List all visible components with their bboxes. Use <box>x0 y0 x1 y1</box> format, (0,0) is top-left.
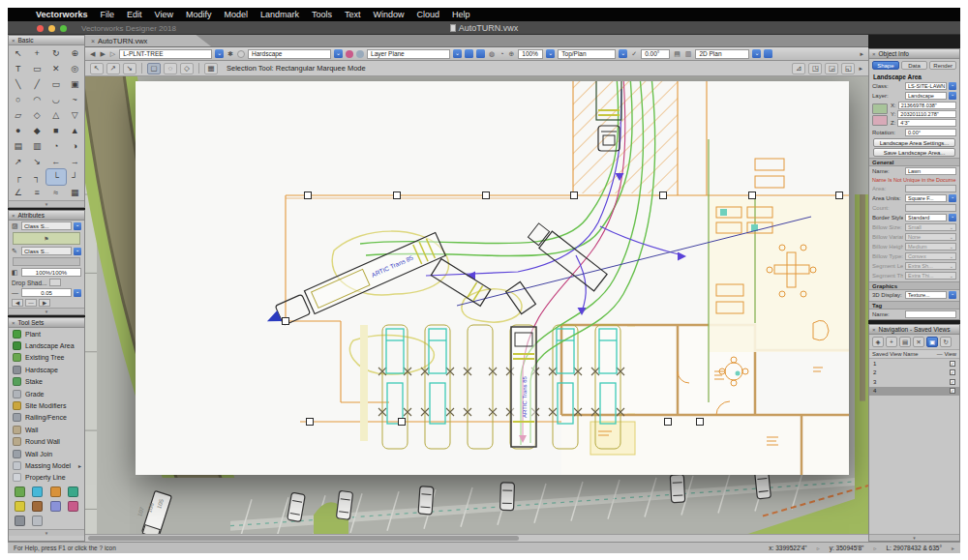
y-field[interactable]: 203201110.278" <box>897 110 956 118</box>
menu-item[interactable]: Help <box>452 10 470 19</box>
user-icon[interactable]: ◔ <box>499 50 504 57</box>
line-weight-dropdown[interactable] <box>74 289 81 297</box>
view-checkbox[interactable]: ✓ <box>950 369 955 375</box>
tag-name-field[interactable] <box>905 310 956 318</box>
delete-icon[interactable]: ✕ <box>913 337 924 347</box>
tool-set-item[interactable]: Round Wall <box>9 436 84 448</box>
back-button[interactable]: ◀ <box>89 50 96 58</box>
row-value-field[interactable]: Medium <box>905 243 956 251</box>
tool-icon[interactable]: ┐ <box>28 169 47 185</box>
tool-set-item[interactable]: Railing/Fence <box>9 412 84 424</box>
preferences-mode-button[interactable]: ▦ <box>204 63 218 74</box>
marker-start-button[interactable]: ◀ <box>12 299 23 307</box>
check-icon[interactable]: ✓ <box>630 50 638 58</box>
pen-preview-swatch[interactable] <box>13 257 80 266</box>
class-value-field[interactable]: LS-SITE-LAWN <box>905 82 947 90</box>
navigation-footer[interactable]: ▾ <box>869 534 959 541</box>
tool-icon[interactable]: ▥ <box>28 138 47 154</box>
magenta-mode-icon[interactable] <box>346 50 353 58</box>
class-dropdown[interactable] <box>949 82 956 90</box>
truck-selected-dock[interactable]: ARTIC Trans 85 <box>511 327 536 447</box>
row-value-field[interactable]: Extra Sh... <box>905 262 956 270</box>
menu-item[interactable]: Edit <box>127 10 142 19</box>
tool-icon[interactable]: ≈ <box>46 185 66 200</box>
tool-icon[interactable]: ┘ <box>66 169 85 185</box>
row-value-field[interactable]: Small <box>905 223 956 231</box>
refresh-icon[interactable]: ↻ <box>940 337 952 347</box>
rotation-field[interactable]: 0.00° <box>905 129 956 136</box>
object-info-header[interactable]: ×Object Info <box>869 49 959 59</box>
tool-icon[interactable]: ↻ <box>46 45 66 61</box>
row-value-field[interactable]: Extra Thi... <box>905 272 956 280</box>
layer-dropdown[interactable] <box>949 92 956 100</box>
tool-icon[interactable]: ~ <box>66 92 85 107</box>
tool-set-grid-item[interactable] <box>11 499 29 514</box>
tool-set-item[interactable]: Property Line <box>9 472 84 484</box>
close-icon[interactable]: × <box>872 51 876 57</box>
tool-icon[interactable]: ▱ <box>9 107 28 123</box>
forward-button[interactable]: ▶ <box>99 50 106 58</box>
drawing-canvas-area[interactable]: 107 106 105 <box>85 76 868 542</box>
tool-icon[interactable]: + <box>28 45 47 61</box>
tool-icon[interactable]: ← <box>46 154 66 169</box>
cube-mid-dropdown[interactable]: ◲ <box>825 63 838 74</box>
opacity-field[interactable]: 100%/100% <box>21 268 81 277</box>
view-checkbox[interactable]: ✓ <box>950 379 955 385</box>
tool-icon[interactable]: T <box>9 61 28 76</box>
row-value-field[interactable] <box>905 185 956 192</box>
menu-item[interactable]: Modify <box>186 10 212 19</box>
tool-set-grid-item[interactable] <box>46 499 65 514</box>
tool-icon[interactable]: ◠ <box>28 92 47 107</box>
basic-palette-header[interactable]: ×Basic <box>9 36 84 45</box>
position-mode-icons[interactable] <box>872 102 888 127</box>
tab-shape[interactable]: Shape <box>872 61 899 70</box>
tool-set-item[interactable]: Plant <box>9 328 84 339</box>
zoom-level-field[interactable]: 100% <box>518 49 543 59</box>
fill-bucket-icon[interactable]: ▨ <box>12 222 19 230</box>
x-field[interactable]: 21366978.038" <box>898 102 956 109</box>
attributes-palette-footer[interactable]: ▾ <box>9 308 84 314</box>
status-more-button[interactable]: ▸ <box>952 545 954 551</box>
display-dropdown[interactable] <box>949 291 956 299</box>
row-dropdown[interactable] <box>949 194 956 202</box>
menu-item[interactable]: Vectorworks <box>36 10 88 19</box>
tool-set-grid-item[interactable] <box>46 485 65 499</box>
tool-sets-palette-footer[interactable]: ▾ <box>9 529 84 536</box>
class-dropdown[interactable] <box>215 49 224 58</box>
document-tab[interactable]: × AutoTURN.vwx <box>85 35 211 46</box>
tool-icon[interactable]: ┌ <box>9 169 28 185</box>
navigation-header[interactable]: ×Navigation - Saved Views <box>869 325 959 335</box>
menu-item[interactable]: Window <box>374 10 405 19</box>
tool-icon[interactable]: ↘ <box>28 154 47 169</box>
marquee-rect-mode-button[interactable]: ▢ <box>147 63 161 74</box>
tool-set-item[interactable]: Stake <box>9 376 84 388</box>
tab-render[interactable]: Render <box>929 61 956 70</box>
tool-icon[interactable]: ↗ <box>9 154 28 169</box>
tool-icon[interactable]: ▦ <box>66 185 85 200</box>
saved-view-row[interactable]: 2 ✓ <box>869 368 959 378</box>
cube-right-dropdown[interactable]: ◱ <box>841 63 855 74</box>
save-landscape-area-button[interactable]: Save Landscape Area... <box>873 148 955 157</box>
tool-set-grid-item[interactable] <box>29 485 47 499</box>
menu-item[interactable]: Landmark <box>260 10 299 19</box>
close-tab-icon[interactable]: × <box>91 38 95 44</box>
view-checkbox[interactable]: ✓ <box>950 388 955 394</box>
tool-icon[interactable]: ◆ <box>28 123 47 138</box>
tool-icon[interactable]: ≡ <box>28 185 47 200</box>
pen-icon[interactable]: ✎ <box>12 248 19 255</box>
globe-icon[interactable]: ◍ <box>488 50 496 58</box>
tool-set-grid-item[interactable] <box>29 514 47 528</box>
tool-set-item[interactable]: Wall Join <box>9 448 84 459</box>
add-icon[interactable]: + <box>886 337 897 347</box>
drawing-window[interactable]: ARTIC Trans 85 ARTIC Trans 85 <box>136 81 849 475</box>
tool-icon[interactable]: └ <box>46 169 66 185</box>
menu-item[interactable]: File <box>101 10 115 19</box>
tool-icon[interactable]: ↖ <box>9 45 28 61</box>
row-value-field[interactable]: None <box>905 233 956 241</box>
row-value-field[interactable]: Convex <box>905 252 956 260</box>
tool-icon[interactable]: ▣ <box>66 76 85 92</box>
saved-views-icon[interactable]: ▣ <box>926 337 938 347</box>
render-settings-icon[interactable] <box>764 49 772 58</box>
page-icon[interactable]: ▤ <box>673 50 681 58</box>
tool-set-grid-item[interactable] <box>29 499 47 514</box>
